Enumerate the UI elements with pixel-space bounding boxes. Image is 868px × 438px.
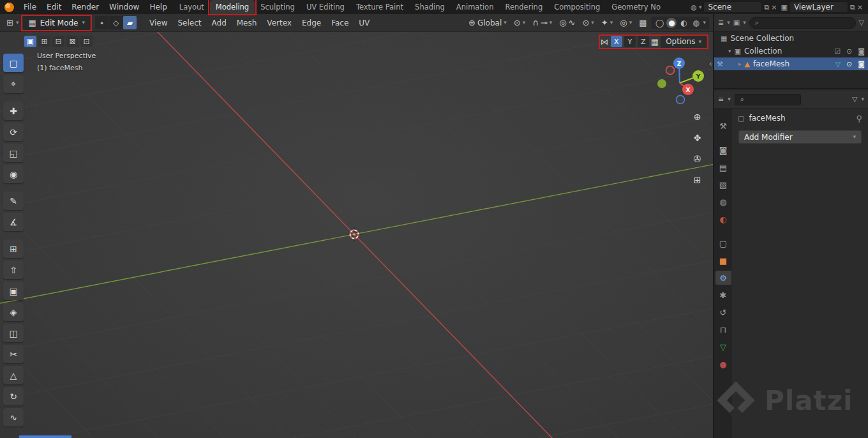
tab-physics[interactable]: ↺	[715, 305, 731, 319]
object-hide-eye-icon[interactable]: ⊙	[846, 61, 852, 68]
options-dropdown[interactable]: Options ▾	[661, 36, 707, 48]
menu-view[interactable]: View	[144, 14, 172, 32]
scene-name-field[interactable]: Scene	[703, 1, 762, 13]
properties-editor-icon[interactable]: ≡	[718, 96, 724, 103]
view-layer-icon[interactable]: ▣	[781, 4, 788, 11]
select-invert-button[interactable]: ⊠	[66, 36, 79, 47]
navigation-gizmo[interactable]: Z Y X	[650, 56, 708, 115]
edge-select-button[interactable]: ◇	[109, 16, 123, 29]
workspace-tab-layout[interactable]: Layout	[174, 0, 210, 14]
tab-material[interactable]: ●	[715, 357, 731, 371]
scene-copy-icon[interactable]: ⧉	[764, 4, 769, 11]
scene-browse-caret-icon[interactable]: ▾	[699, 4, 702, 10]
collection-hide-eye-icon[interactable]: ⊙	[846, 48, 852, 55]
tab-scene[interactable]: ◍	[715, 195, 731, 209]
loop-cut-tool[interactable]: ◫	[3, 324, 24, 342]
outliner-row-facemesh[interactable]: ⚒ ▸ ▲ faceMesh ▽ ⊙ ◙	[714, 57, 868, 70]
snap-with-icon[interactable]: ⊸	[541, 19, 548, 27]
mirror-y-button[interactable]: Y	[624, 36, 636, 47]
menu-add[interactable]: Add	[207, 14, 232, 32]
shading-solid-button[interactable]: ●	[666, 18, 677, 28]
mirror-z-button[interactable]: Z	[638, 36, 649, 47]
menu-mesh[interactable]: Mesh	[232, 14, 262, 32]
menu-render[interactable]: Render	[66, 0, 104, 14]
tab-object[interactable]: ■	[715, 253, 731, 268]
collection-render-camera-icon[interactable]: ◙	[858, 48, 865, 55]
menu-edit[interactable]: Edit	[41, 0, 66, 14]
view-layer-name-field[interactable]: ViewLayer	[789, 1, 848, 13]
snap-magnet-icon[interactable]: ∩	[532, 19, 539, 27]
zoom-button[interactable]: ⊕	[689, 109, 705, 125]
outliner-search-input[interactable]: ⌕	[749, 17, 856, 29]
pan-button[interactable]: ✥	[689, 130, 705, 146]
tab-object-data[interactable]: ▽	[715, 340, 731, 354]
proportional-editing-icon[interactable]: ◎	[559, 19, 566, 27]
tab-view-layer[interactable]: ▧	[715, 177, 731, 192]
select-subtract-button[interactable]: ⊟	[52, 36, 64, 47]
perspective-toggle-button[interactable]: ⊞	[689, 172, 705, 188]
symmetry-grid-icon[interactable]: ▦	[651, 38, 659, 46]
menu-window[interactable]: Window	[104, 0, 144, 14]
region-collapse-arrow-icon[interactable]: ‹	[709, 59, 712, 68]
tab-modifiers[interactable]: ⚙	[715, 271, 731, 285]
tab-tool[interactable]: ⚒	[715, 119, 731, 133]
transform-tool[interactable]: ◉	[3, 165, 24, 183]
workspace-tab-texture-paint[interactable]: Texture Paint	[350, 0, 409, 14]
viewport-canvas[interactable]	[0, 32, 713, 438]
annotate-tool[interactable]: ✎	[3, 192, 24, 210]
inset-faces-tool[interactable]: ▣	[3, 282, 24, 300]
view-layer-delete-icon[interactable]: ×	[857, 4, 863, 11]
workspace-tab-uv-editing[interactable]: UV Editing	[301, 0, 350, 14]
transform-orientation-dropdown[interactable]: ⊕ Global ▾	[466, 19, 509, 27]
gizmos-dropdown[interactable]: ✦ ▾	[599, 19, 615, 27]
tab-constraints[interactable]: ⊓	[715, 322, 731, 336]
scene-delete-icon[interactable]: ×	[771, 4, 777, 11]
tab-output[interactable]: ▤	[715, 160, 731, 174]
properties-search-input[interactable]: ⌕	[735, 94, 801, 105]
menu-select[interactable]: Select	[173, 14, 207, 32]
select-intersect-button[interactable]: ⊡	[80, 36, 93, 47]
select-extend-button[interactable]: ⊞	[38, 36, 50, 47]
menu-edge[interactable]: Edge	[297, 14, 326, 32]
tab-particles[interactable]: ✱	[715, 288, 731, 302]
menu-file[interactable]: File	[19, 0, 41, 14]
properties-filter-caret-icon[interactable]: ▾	[861, 96, 864, 102]
scene-icon[interactable]: ◍	[691, 4, 697, 11]
workspace-tab-shading[interactable]: Shading	[409, 0, 451, 14]
shading-caret-icon[interactable]: ▾	[703, 20, 706, 26]
workspace-tab-sculpting[interactable]: Sculpting	[255, 0, 301, 14]
add-modifier-dropdown[interactable]: Add Modifier ▾	[738, 130, 862, 144]
workspace-tab-rendering[interactable]: Rendering	[499, 0, 548, 14]
rotate-tool[interactable]: ⟳	[3, 123, 24, 141]
tab-world[interactable]: ◐	[715, 212, 731, 226]
object-disclosure-icon[interactable]: ▸	[738, 61, 742, 67]
mirror-x-button[interactable]: X	[611, 36, 622, 47]
workspace-tab-modeling[interactable]: Modeling	[210, 0, 255, 14]
blender-logo-icon[interactable]	[4, 3, 14, 12]
falloff-icon[interactable]: ∿	[569, 19, 576, 27]
workspace-tab-animation[interactable]: Animation	[451, 0, 500, 14]
outliner-editor-caret-icon[interactable]: ▾	[727, 20, 730, 26]
face-select-button[interactable]: ▰	[123, 16, 137, 29]
outliner-display-mode-icon[interactable]: ▣	[733, 19, 740, 26]
outliner-filter-icon[interactable]: ▽	[859, 19, 864, 26]
bevel-tool[interactable]: ◈	[3, 303, 24, 321]
properties-filter-icon[interactable]: ▽	[852, 96, 857, 103]
tab-collection[interactable]: ▢	[715, 236, 731, 250]
pin-icon[interactable]: ⚲	[856, 114, 862, 123]
xray-toggle[interactable]: ▩	[636, 19, 649, 27]
editor-type-selector[interactable]: ⊞ ▾	[4, 16, 21, 30]
workspace-tab-geometry-nodes[interactable]: Geometry No	[606, 0, 666, 14]
gizmo-neg-y-ball[interactable]	[657, 79, 666, 88]
collection-checkbox-icon[interactable]: ☑	[834, 48, 841, 55]
select-set-button[interactable]: ▣	[24, 36, 36, 47]
mode-dropdown[interactable]: ▦ Edit Mode ▾	[23, 16, 90, 30]
workspace-tab-compositing[interactable]: Compositing	[548, 0, 606, 14]
menu-face[interactable]: Face	[326, 14, 354, 32]
knife-tool[interactable]: ✂	[3, 345, 24, 363]
outliner-row-collection[interactable]: ▾ ▣ Collection ☑ ⊙ ◙	[714, 45, 868, 57]
poly-build-tool[interactable]: △	[3, 366, 24, 384]
menu-uv[interactable]: UV	[354, 14, 375, 32]
scale-tool[interactable]: ◱	[3, 144, 24, 162]
outliner-row-scene-collection[interactable]: ▦ Scene Collection	[714, 32, 868, 45]
